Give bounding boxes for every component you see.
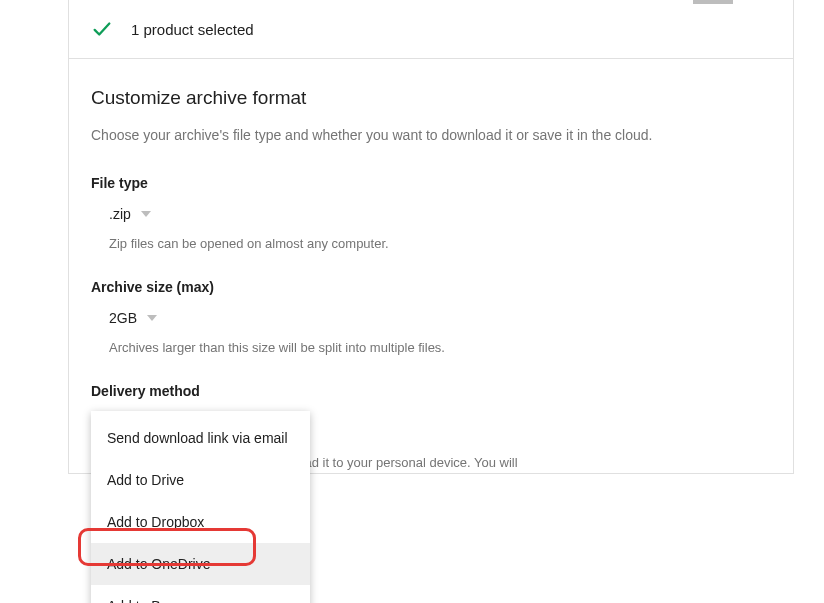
delivery-option-onedrive[interactable]: Add to OneDrive: [91, 543, 310, 585]
delivery-option-email[interactable]: Send download link via email: [91, 417, 310, 459]
products-selected-text: 1 product selected: [131, 21, 254, 38]
archive-size-helper: Archives larger than this size will be s…: [109, 340, 771, 355]
archive-size-label: Archive size (max): [91, 279, 771, 295]
customize-archive-section: Customize archive format Choose your arc…: [68, 59, 794, 474]
chevron-down-icon: [141, 211, 151, 217]
archive-size-dropdown[interactable]: 2GB: [109, 310, 157, 326]
file-type-value: .zip: [109, 206, 131, 222]
file-type-label: File type: [91, 175, 771, 191]
delivery-method-field: Delivery method e'll email a link so you…: [91, 383, 771, 473]
delivery-option-box[interactable]: Add to Box: [91, 585, 310, 603]
delivery-option-dropbox[interactable]: Add to Dropbox: [91, 501, 310, 543]
svg-marker-0: [141, 211, 151, 217]
product-selected-bar: 1 product selected: [68, 0, 794, 59]
checkmark-icon: [91, 18, 113, 40]
section-description: Choose your archive's file type and whet…: [91, 127, 771, 143]
file-type-field: File type .zip Zip files can be opened o…: [91, 175, 771, 251]
file-type-helper: Zip files can be opened on almost any co…: [109, 236, 771, 251]
delivery-option-drive[interactable]: Add to Drive: [91, 459, 310, 501]
gray-block: [693, 0, 733, 4]
archive-size-field: Archive size (max) 2GB Archives larger t…: [91, 279, 771, 355]
file-type-dropdown[interactable]: .zip: [109, 206, 151, 222]
delivery-method-dropdown-menu: Send download link via email Add to Driv…: [91, 411, 310, 603]
delivery-method-label: Delivery method: [91, 383, 771, 399]
section-heading: Customize archive format: [91, 87, 771, 109]
chevron-down-icon: [147, 315, 157, 321]
svg-marker-1: [147, 315, 157, 321]
archive-size-value: 2GB: [109, 310, 137, 326]
